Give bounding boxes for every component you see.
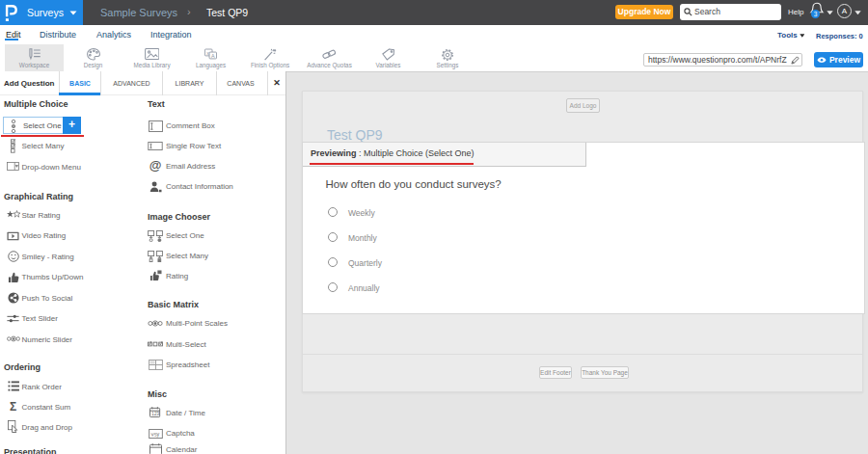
svg-text:vsy: vsy (150, 431, 159, 438)
svg-text:x: x (206, 50, 209, 56)
svg-text:A: A (211, 53, 215, 59)
svg-text:123: 123 (151, 412, 159, 416)
